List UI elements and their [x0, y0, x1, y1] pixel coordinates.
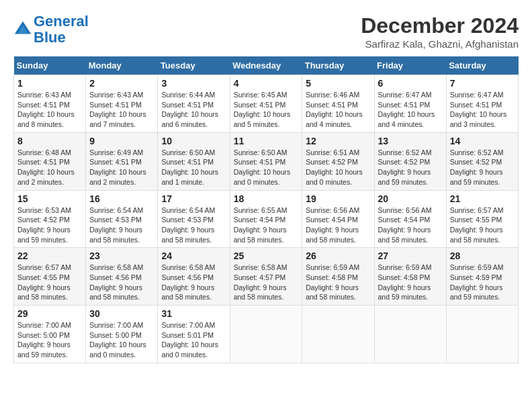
day-number: 28: [450, 250, 515, 261]
day-info: Sunrise: 6:47 AM Sunset: 4:51 PM Dayligh…: [450, 90, 515, 130]
calendar-cell: 15Sunrise: 6:53 AM Sunset: 4:52 PM Dayli…: [14, 190, 86, 248]
calendar-cell: [374, 306, 446, 363]
calendar-cell: 23Sunrise: 6:58 AM Sunset: 4:56 PM Dayli…: [86, 248, 158, 306]
day-info: Sunrise: 6:45 AM Sunset: 4:51 PM Dayligh…: [234, 90, 299, 130]
page-header: General Blue December 2024 Sarfiraz Kala…: [13, 13, 519, 50]
day-number: 3: [161, 78, 226, 89]
day-number: 21: [450, 193, 515, 204]
calendar-cell: 18Sunrise: 6:55 AM Sunset: 4:54 PM Dayli…: [230, 190, 302, 248]
day-info: Sunrise: 6:54 AM Sunset: 4:53 PM Dayligh…: [89, 205, 154, 245]
day-info: Sunrise: 6:55 AM Sunset: 4:54 PM Dayligh…: [234, 205, 299, 245]
column-header-wednesday: Wednesday: [230, 56, 302, 75]
calendar-cell: 13Sunrise: 6:52 AM Sunset: 4:52 PM Dayli…: [374, 132, 446, 190]
calendar-cell: 7Sunrise: 6:47 AM Sunset: 4:51 PM Daylig…: [446, 75, 518, 133]
day-info: Sunrise: 6:48 AM Sunset: 4:51 PM Dayligh…: [17, 148, 82, 187]
column-header-saturday: Saturday: [446, 56, 518, 75]
day-info: Sunrise: 6:44 AM Sunset: 4:51 PM Dayligh…: [161, 90, 226, 130]
calendar-cell: 29Sunrise: 7:00 AM Sunset: 5:00 PM Dayli…: [14, 306, 86, 363]
day-number: 4: [234, 78, 299, 89]
day-number: 18: [234, 193, 299, 204]
calendar-cell: [446, 306, 518, 363]
day-info: Sunrise: 6:49 AM Sunset: 4:51 PM Dayligh…: [89, 148, 154, 187]
day-number: 19: [306, 193, 370, 204]
calendar-cell: 12Sunrise: 6:51 AM Sunset: 4:52 PM Dayli…: [302, 132, 374, 190]
day-number: 8: [17, 136, 82, 146]
calendar-cell: 10Sunrise: 6:50 AM Sunset: 4:51 PM Dayli…: [158, 132, 230, 190]
calendar-cell: 26Sunrise: 6:59 AM Sunset: 4:58 PM Dayli…: [302, 248, 374, 306]
logo-text: General Blue: [34, 13, 89, 46]
day-number: 22: [17, 250, 82, 261]
day-number: 16: [89, 193, 154, 204]
day-number: 5: [306, 78, 370, 89]
calendar-cell: 20Sunrise: 6:56 AM Sunset: 4:54 PM Dayli…: [374, 190, 446, 248]
day-info: Sunrise: 6:46 AM Sunset: 4:51 PM Dayligh…: [306, 90, 370, 130]
calendar-cell: 6Sunrise: 6:47 AM Sunset: 4:51 PM Daylig…: [374, 75, 446, 133]
day-info: Sunrise: 6:52 AM Sunset: 4:52 PM Dayligh…: [450, 148, 515, 187]
day-info: Sunrise: 6:57 AM Sunset: 4:55 PM Dayligh…: [17, 263, 82, 302]
day-number: 23: [89, 250, 154, 261]
day-number: 25: [234, 250, 299, 261]
day-number: 17: [161, 193, 226, 204]
calendar-cell: [302, 306, 374, 363]
logo: General Blue: [13, 13, 89, 46]
title-block: December 2024 Sarfiraz Kala, Ghazni, Afg…: [361, 13, 519, 50]
day-number: 13: [378, 136, 443, 146]
day-info: Sunrise: 6:56 AM Sunset: 4:54 PM Dayligh…: [306, 205, 370, 245]
calendar-body: 1Sunrise: 6:43 AM Sunset: 4:51 PM Daylig…: [14, 75, 519, 363]
calendar-cell: 14Sunrise: 6:52 AM Sunset: 4:52 PM Dayli…: [446, 132, 518, 190]
day-info: Sunrise: 6:43 AM Sunset: 4:51 PM Dayligh…: [17, 90, 82, 130]
calendar-cell: 9Sunrise: 6:49 AM Sunset: 4:51 PM Daylig…: [86, 132, 158, 190]
calendar-cell: 3Sunrise: 6:44 AM Sunset: 4:51 PM Daylig…: [158, 75, 230, 133]
calendar-cell: 5Sunrise: 6:46 AM Sunset: 4:51 PM Daylig…: [302, 75, 374, 133]
day-number: 7: [450, 78, 515, 89]
logo-line2: Blue: [34, 29, 66, 46]
day-info: Sunrise: 6:57 AM Sunset: 4:55 PM Dayligh…: [450, 205, 515, 245]
column-header-thursday: Thursday: [302, 56, 374, 75]
day-number: 29: [17, 308, 82, 319]
day-info: Sunrise: 7:00 AM Sunset: 5:01 PM Dayligh…: [161, 320, 226, 360]
calendar-week-row: 29Sunrise: 7:00 AM Sunset: 5:00 PM Dayli…: [14, 306, 519, 363]
day-number: 10: [161, 136, 226, 146]
day-info: Sunrise: 6:59 AM Sunset: 4:59 PM Dayligh…: [450, 263, 515, 302]
calendar-table: SundayMondayTuesdayWednesdayThursdayFrid…: [13, 56, 519, 363]
calendar-cell: 11Sunrise: 6:50 AM Sunset: 4:51 PM Dayli…: [230, 132, 302, 190]
calendar-week-row: 22Sunrise: 6:57 AM Sunset: 4:55 PM Dayli…: [14, 248, 519, 306]
day-number: 1: [17, 78, 82, 89]
day-number: 31: [161, 308, 226, 319]
calendar-cell: 1Sunrise: 6:43 AM Sunset: 4:51 PM Daylig…: [14, 75, 86, 133]
calendar-cell: 17Sunrise: 6:54 AM Sunset: 4:53 PM Dayli…: [158, 190, 230, 248]
column-header-sunday: Sunday: [14, 56, 86, 75]
day-number: 2: [89, 78, 154, 89]
day-info: Sunrise: 6:54 AM Sunset: 4:53 PM Dayligh…: [161, 205, 226, 245]
calendar-header-row: SundayMondayTuesdayWednesdayThursdayFrid…: [14, 56, 519, 75]
calendar-week-row: 15Sunrise: 6:53 AM Sunset: 4:52 PM Dayli…: [14, 190, 519, 248]
day-number: 26: [306, 250, 370, 261]
calendar-cell: 31Sunrise: 7:00 AM Sunset: 5:01 PM Dayli…: [158, 306, 230, 363]
day-number: 11: [234, 136, 299, 146]
day-info: Sunrise: 6:59 AM Sunset: 4:58 PM Dayligh…: [306, 263, 370, 302]
day-number: 20: [378, 193, 443, 204]
calendar-cell: 25Sunrise: 6:58 AM Sunset: 4:57 PM Dayli…: [230, 248, 302, 306]
day-number: 6: [378, 78, 443, 89]
day-number: 15: [17, 193, 82, 204]
day-info: Sunrise: 6:51 AM Sunset: 4:52 PM Dayligh…: [306, 148, 370, 187]
calendar-cell: [230, 306, 302, 363]
calendar-cell: 21Sunrise: 6:57 AM Sunset: 4:55 PM Dayli…: [446, 190, 518, 248]
column-header-monday: Monday: [86, 56, 158, 75]
calendar-cell: 8Sunrise: 6:48 AM Sunset: 4:51 PM Daylig…: [14, 132, 86, 190]
calendar-cell: 4Sunrise: 6:45 AM Sunset: 4:51 PM Daylig…: [230, 75, 302, 133]
calendar-cell: 27Sunrise: 6:59 AM Sunset: 4:58 PM Dayli…: [374, 248, 446, 306]
day-info: Sunrise: 6:47 AM Sunset: 4:51 PM Dayligh…: [378, 90, 443, 130]
day-info: Sunrise: 7:00 AM Sunset: 5:00 PM Dayligh…: [89, 320, 154, 360]
calendar-cell: 22Sunrise: 6:57 AM Sunset: 4:55 PM Dayli…: [14, 248, 86, 306]
day-number: 12: [306, 136, 370, 146]
month-title: December 2024: [361, 13, 519, 38]
calendar-cell: 30Sunrise: 7:00 AM Sunset: 5:00 PM Dayli…: [86, 306, 158, 363]
day-number: 24: [161, 250, 226, 261]
calendar-cell: 28Sunrise: 6:59 AM Sunset: 4:59 PM Dayli…: [446, 248, 518, 306]
day-info: Sunrise: 6:58 AM Sunset: 4:57 PM Dayligh…: [234, 263, 299, 302]
day-info: Sunrise: 7:00 AM Sunset: 5:00 PM Dayligh…: [17, 320, 82, 360]
day-number: 27: [378, 250, 443, 261]
day-info: Sunrise: 6:43 AM Sunset: 4:51 PM Dayligh…: [89, 90, 154, 130]
calendar-cell: 16Sunrise: 6:54 AM Sunset: 4:53 PM Dayli…: [86, 190, 158, 248]
